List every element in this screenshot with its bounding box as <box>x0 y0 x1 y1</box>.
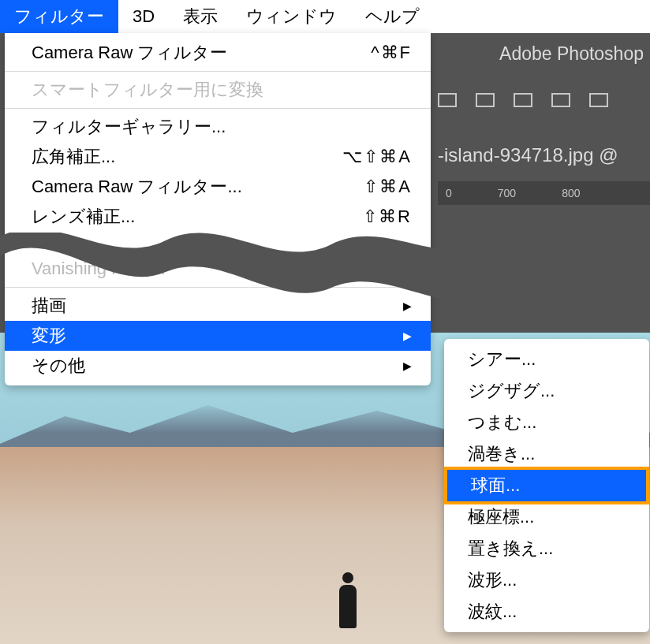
submenu-item-polar[interactable]: 極座標... <box>444 501 649 533</box>
menu-label: 描画 <box>32 294 66 318</box>
align-icon[interactable] <box>514 93 532 107</box>
shortcut: ^⌘F <box>371 43 412 63</box>
submenu-arrow-icon: ▶ <box>403 300 412 312</box>
menu-3d[interactable]: 3D <box>118 0 169 33</box>
separator <box>5 108 431 109</box>
app-title: Adobe Photoshop <box>499 43 644 65</box>
menu-filter[interactable]: フィルター <box>0 0 118 33</box>
menu-label: フィルターギャラリー... <box>32 115 226 139</box>
menu-help[interactable]: ヘルプ <box>351 0 434 33</box>
menu-item-vanishing-point[interactable]: Vanishing Point... <box>5 254 431 284</box>
menu-label: Camera Raw フィルター <box>32 41 227 65</box>
menu-window[interactable]: ウィンドウ <box>232 0 351 33</box>
menu-item-render[interactable]: 描画 ▶ <box>5 291 431 321</box>
align-icon[interactable] <box>589 93 608 107</box>
menu-label: その他 <box>32 354 85 378</box>
menu-label: Vanishing Point... <box>32 259 166 279</box>
document-tab[interactable]: -island-934718.jpg @ <box>438 144 618 166</box>
shortcut: ⇧⌘A <box>364 177 412 197</box>
distort-submenu: シアー... ジグザグ... つまむ... 渦巻き... 球面... 極座標..… <box>444 339 649 632</box>
align-icon[interactable] <box>438 93 457 107</box>
menu-item-other[interactable]: その他 ▶ <box>5 351 431 381</box>
menubar: フィルター 3D 表示 ウィンドウ ヘルプ <box>0 0 650 33</box>
menu-item-camera-raw-recent[interactable]: Camera Raw フィルター ^⌘F <box>5 38 431 68</box>
menu-item-smart-convert: スマートフィルター用に変換 <box>5 75 431 105</box>
highlight-annotation: 球面... <box>444 467 649 504</box>
submenu-item-spherize[interactable]: 球面... <box>447 470 646 501</box>
submenu-item-twirl[interactable]: 渦巻き... <box>444 438 649 470</box>
submenu-item-shear[interactable]: シアー... <box>444 344 649 375</box>
filter-dropdown: Camera Raw フィルター ^⌘F スマートフィルター用に変換 フィルター… <box>5 33 431 385</box>
submenu-item-displace[interactable]: 置き換え... <box>444 533 649 564</box>
ruler-tick: 800 <box>562 187 580 199</box>
submenu-item-zigzag[interactable]: ジグザグ... <box>444 375 649 407</box>
submenu-arrow-icon: ▶ <box>403 359 412 372</box>
shortcut: ⇧⌘R <box>363 207 412 227</box>
hidden-rows <box>5 232 431 254</box>
menu-view[interactable]: 表示 <box>169 0 232 33</box>
menu-item-camera-raw[interactable]: Camera Raw フィルター... ⇧⌘A <box>5 172 431 202</box>
ruler-tick: 700 <box>498 187 516 199</box>
menu-item-filter-gallery[interactable]: フィルターギャラリー... <box>5 112 431 142</box>
menu-item-distort[interactable]: 変形 ▶ <box>5 321 431 351</box>
image-person <box>339 585 357 628</box>
submenu-arrow-icon: ▶ <box>403 329 412 342</box>
separator <box>5 71 431 72</box>
align-toolbar <box>438 93 608 107</box>
menu-label: Camera Raw フィルター... <box>32 175 242 199</box>
menu-label: スマートフィルター用に変換 <box>32 78 263 102</box>
shortcut: ⌥⇧⌘A <box>342 147 412 167</box>
separator <box>5 287 431 288</box>
menu-label: レンズ補正... <box>32 205 135 229</box>
menu-label: 変形 <box>32 324 66 348</box>
submenu-item-ripple[interactable]: 波紋... <box>444 596 649 627</box>
ruler: 0 700 800 <box>438 181 650 205</box>
align-icon[interactable] <box>476 93 495 107</box>
menu-label: 広角補正... <box>32 145 115 169</box>
menu-item-wide-angle[interactable]: 広角補正... ⌥⇧⌘A <box>5 142 431 172</box>
align-icon[interactable] <box>551 93 570 107</box>
submenu-item-pinch[interactable]: つまむ... <box>444 407 649 438</box>
ruler-tick: 0 <box>446 187 452 199</box>
menu-item-lens-correction[interactable]: レンズ補正... ⇧⌘R <box>5 202 431 232</box>
submenu-item-wave[interactable]: 波形... <box>444 564 649 596</box>
